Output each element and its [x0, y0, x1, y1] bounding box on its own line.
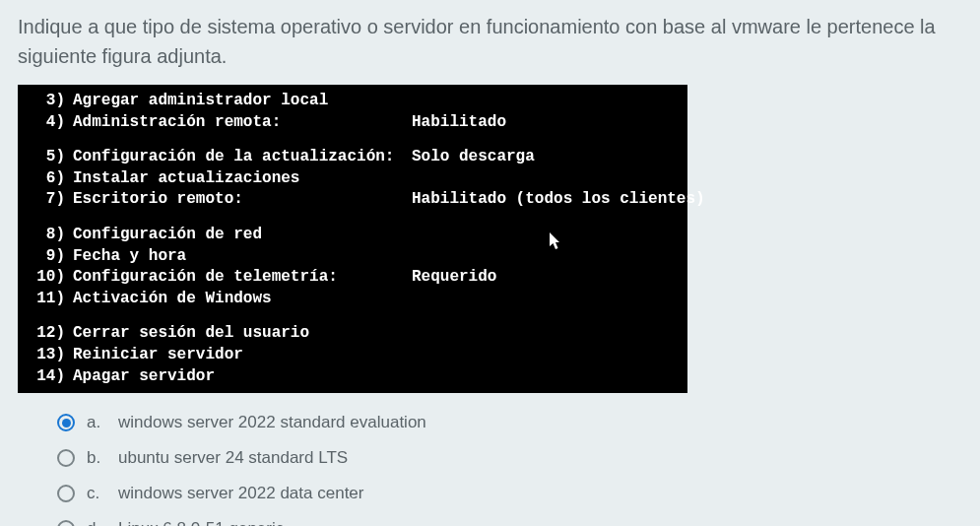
option-letter: b. [87, 448, 104, 468]
menu-label: Configuración de red [73, 225, 262, 246]
menu-value: Habilitado (todos los clientes) [412, 189, 705, 211]
menu-num: 6) [32, 168, 73, 190]
radio-icon[interactable] [57, 485, 75, 502]
menu-value: Requerido [412, 267, 496, 289]
option-text: windows server 2022 data center [118, 484, 363, 503]
question-text: Indique a que tipo de sistema operativo … [18, 12, 962, 71]
menu-num: 10) [32, 267, 73, 289]
menu-label: Apagar servidor [73, 366, 215, 388]
radio-icon[interactable] [57, 449, 75, 467]
menu-num: 9) [32, 246, 73, 268]
menu-num: 12) [32, 323, 73, 345]
menu-label: Agregar administrador local [73, 91, 328, 112]
answer-options: a. windows server 2022 standard evaluati… [18, 413, 962, 526]
radio-icon[interactable] [57, 520, 75, 526]
menu-num: 13) [32, 345, 73, 366]
menu-num: 8) [32, 225, 73, 246]
radio-selected-icon[interactable] [57, 414, 75, 431]
option-letter: d. [87, 519, 104, 526]
option-b[interactable]: b. ubuntu server 24 standard LTS [57, 448, 962, 468]
menu-value: Solo descarga [412, 147, 535, 168]
menu-label: Configuración de la actualización: [73, 147, 394, 168]
menu-num: 5) [32, 147, 73, 168]
option-letter: c. [87, 484, 104, 503]
option-letter: a. [87, 413, 104, 432]
menu-label: Cerrar sesión del usuario [73, 323, 309, 345]
cursor-icon [550, 232, 563, 257]
menu-label: Instalar actualizaciones [73, 168, 299, 190]
menu-num: 7) [32, 189, 73, 211]
option-d[interactable]: d. Linux 6.8.0-51 generic [57, 519, 962, 526]
menu-label: Administración remota: [73, 112, 281, 134]
menu-value: Habilitado [412, 112, 506, 134]
menu-num: 11) [32, 289, 73, 310]
menu-num: 4) [32, 112, 73, 134]
menu-label: Fecha y hora [73, 246, 186, 268]
option-text: Linux 6.8.0-51 generic [118, 519, 284, 526]
option-text: windows server 2022 standard evaluation [118, 413, 426, 432]
menu-label: Activación de Windows [73, 289, 272, 310]
menu-label: Escritorio remoto: [73, 189, 243, 211]
menu-num: 14) [32, 366, 73, 388]
menu-num: 3) [32, 91, 73, 112]
option-a[interactable]: a. windows server 2022 standard evaluati… [57, 413, 962, 432]
option-text: ubuntu server 24 standard LTS [118, 448, 348, 468]
terminal-screenshot: 3)Agregar administrador local 4)Administ… [18, 85, 687, 393]
option-c[interactable]: c. windows server 2022 data center [57, 484, 962, 503]
menu-label: Reiniciar servidor [73, 345, 243, 366]
menu-label: Configuración de telemetría: [73, 267, 338, 289]
